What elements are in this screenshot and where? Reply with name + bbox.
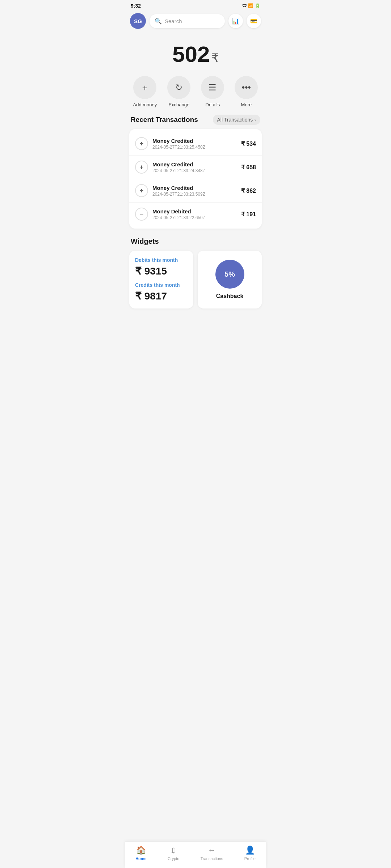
transaction-date: 2024-05-27T21:33:22.650Z [152, 215, 237, 220]
exchange-icon: ↻ [167, 76, 190, 99]
transactions-section-header: Recent Transactions All Transactions › [125, 115, 266, 129]
add-money-button[interactable]: ＋ Add money [133, 76, 157, 107]
table-row[interactable]: + Money Credited 2024-05-27T21:33:23.509… [129, 179, 262, 203]
status-icons: 🛡 📶 🔋 [242, 3, 260, 8]
transaction-name: Money Debited [152, 208, 237, 214]
status-time: 9:32 [131, 3, 141, 9]
all-transactions-button[interactable]: All Transactions › [213, 115, 261, 125]
table-row[interactable]: + Money Credited 2024-05-27T21:33:24.348… [129, 156, 262, 179]
avatar[interactable]: SG [130, 13, 146, 29]
transaction-amount: ₹ 534 [241, 140, 256, 147]
transaction-name: Money Credited [152, 161, 237, 167]
card-button[interactable]: 💳 [247, 14, 261, 28]
chart-button[interactable]: 📊 [228, 14, 243, 28]
transaction-amount: ₹ 191 [241, 211, 256, 218]
transactions-title: Recent Transactions [131, 116, 198, 124]
transaction-name: Money Credited [152, 138, 237, 144]
balance-section: 502 ₹ [125, 33, 266, 72]
search-placeholder: Search [165, 18, 182, 24]
details-icon: ☰ [201, 76, 224, 99]
table-row[interactable]: − Money Debited 2024-05-27T21:33:22.650Z… [129, 203, 262, 226]
exchange-button[interactable]: ↻ Exchange [167, 76, 190, 107]
status-bar: 9:32 🛡 📶 🔋 [125, 0, 266, 10]
cashback-percent: 5% [224, 270, 235, 278]
transaction-info: Money Credited 2024-05-27T21:33:25.450Z [152, 138, 237, 150]
credits-value: ₹ 9817 [135, 290, 188, 302]
all-transactions-label: All Transactions [217, 117, 253, 123]
debits-credits-widget: Debits this month ₹ 9315 Credits this mo… [129, 251, 193, 309]
details-button[interactable]: ☰ Details [201, 76, 224, 107]
add-money-label: Add money [133, 102, 157, 107]
wifi-icon: 📶 [248, 3, 253, 8]
transaction-info: Money Debited 2024-05-27T21:33:22.650Z [152, 208, 237, 220]
header: SG 🔍 Search 📊 💳 [125, 10, 266, 33]
transaction-debit-icon: − [135, 208, 148, 221]
search-bar[interactable]: 🔍 Search [150, 14, 225, 28]
widgets-grid: Debits this month ₹ 9315 Credits this mo… [129, 251, 262, 309]
transaction-date: 2024-05-27T21:33:23.509Z [152, 192, 237, 197]
details-label: Details [206, 102, 220, 107]
transactions-card: + Money Credited 2024-05-27T21:33:25.450… [129, 129, 262, 229]
shield-status-icon: 🛡 [242, 3, 247, 8]
cashback-widget[interactable]: 5% Cashback [198, 251, 262, 309]
more-button[interactable]: ••• More [235, 76, 258, 107]
transaction-credit-icon: + [135, 137, 148, 150]
debits-value: ₹ 9315 [135, 265, 188, 277]
transaction-info: Money Credited 2024-05-27T21:33:23.509Z [152, 185, 237, 197]
search-icon: 🔍 [155, 18, 162, 25]
cashback-label: Cashback [216, 293, 244, 299]
transaction-info: Money Credited 2024-05-27T21:33:24.348Z [152, 161, 237, 173]
balance-currency: ₹ [211, 51, 219, 64]
more-icon: ••• [235, 76, 258, 99]
chart-icon: 📊 [232, 18, 239, 25]
cashback-percent-circle: 5% [215, 260, 244, 289]
debits-label: Debits this month [135, 257, 188, 263]
add-money-icon: ＋ [133, 76, 156, 99]
chevron-right-icon: › [254, 117, 256, 123]
transaction-date: 2024-05-27T21:33:25.450Z [152, 145, 237, 150]
transaction-amount: ₹ 658 [241, 164, 256, 171]
transaction-amount: ₹ 862 [241, 187, 256, 194]
widgets-title: Widgets [129, 237, 262, 246]
balance-amount: 502 [172, 42, 210, 67]
exchange-label: Exchange [168, 102, 189, 107]
actions-bar: ＋ Add money ↻ Exchange ☰ Details ••• Mor… [125, 72, 266, 115]
transaction-date: 2024-05-27T21:33:24.348Z [152, 168, 237, 173]
transaction-name: Money Credited [152, 185, 237, 191]
balance-display: 502 ₹ [131, 42, 260, 67]
table-row[interactable]: + Money Credited 2024-05-27T21:33:25.450… [129, 132, 262, 156]
more-label: More [241, 102, 252, 107]
transaction-credit-icon: + [135, 161, 148, 174]
credits-label: Credits this month [135, 282, 188, 288]
widgets-section: Widgets Debits this month ₹ 9315 Credits… [125, 229, 266, 313]
battery-icon: 🔋 [255, 3, 260, 8]
transaction-credit-icon: + [135, 184, 148, 197]
card-icon: 💳 [250, 18, 257, 25]
